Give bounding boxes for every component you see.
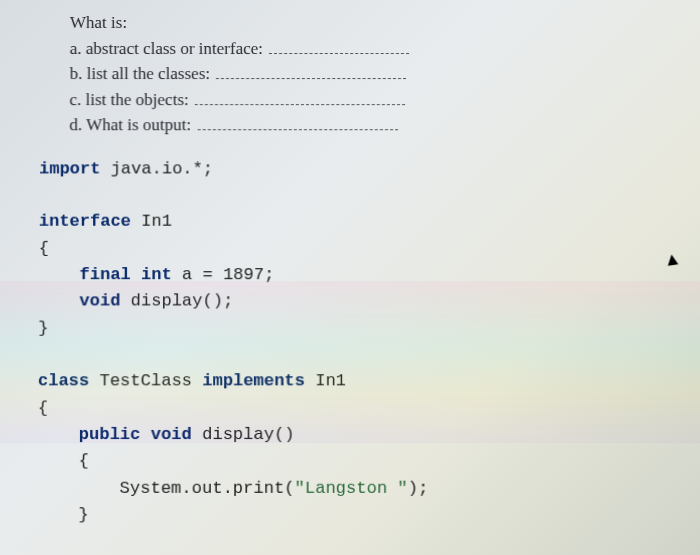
code-brace: } xyxy=(37,505,89,524)
blank-c xyxy=(195,88,405,105)
question-heading: What is: xyxy=(70,10,660,36)
question-d-text: d. What is output: xyxy=(69,115,191,134)
code-text: System.out.print( xyxy=(37,478,294,497)
code-text: TestClass xyxy=(89,371,202,390)
code-text: In1 xyxy=(305,371,346,390)
code-text: display(); xyxy=(120,292,233,311)
blank-a xyxy=(269,37,409,54)
kw-void: void xyxy=(38,292,120,311)
question-a-text: a. abstract class or interface: xyxy=(70,39,263,58)
blank-b xyxy=(216,62,406,79)
code-block: import java.io.*; interface In1 { final … xyxy=(36,156,664,555)
code-brace: { xyxy=(39,238,49,257)
question-block: What is: a. abstract class or interface:… xyxy=(69,10,660,138)
code-brace: { xyxy=(38,398,48,417)
code-text: ); xyxy=(408,478,429,497)
kw-final-int: final int xyxy=(38,265,171,284)
code-text: java.io.*; xyxy=(100,159,213,178)
code-text: a = 1897; xyxy=(172,265,275,284)
mouse-cursor-icon: ▲ xyxy=(662,248,683,271)
string-literal: "Langston " xyxy=(295,478,408,497)
question-c: c. list the objects: xyxy=(69,87,660,113)
kw-public-void: public void xyxy=(38,425,192,444)
kw-implements: implements xyxy=(202,371,305,390)
question-d: d. What is output: xyxy=(69,112,660,138)
code-text: In1 xyxy=(131,212,172,231)
kw-interface: interface xyxy=(39,212,131,231)
kw-class: class xyxy=(38,371,89,390)
code-brace: { xyxy=(37,452,89,471)
code-text: display() xyxy=(192,425,295,444)
question-c-text: c. list the objects: xyxy=(69,90,188,109)
code-brace: } xyxy=(38,318,48,337)
worksheet-page: What is: a. abstract class or interface:… xyxy=(0,0,700,555)
question-b-text: b. list all the classes: xyxy=(70,64,210,83)
question-b: b. list all the classes: xyxy=(70,61,661,87)
blank-d xyxy=(197,113,397,130)
question-a: a. abstract class or interface: xyxy=(70,36,661,62)
kw-import: import xyxy=(39,159,100,178)
